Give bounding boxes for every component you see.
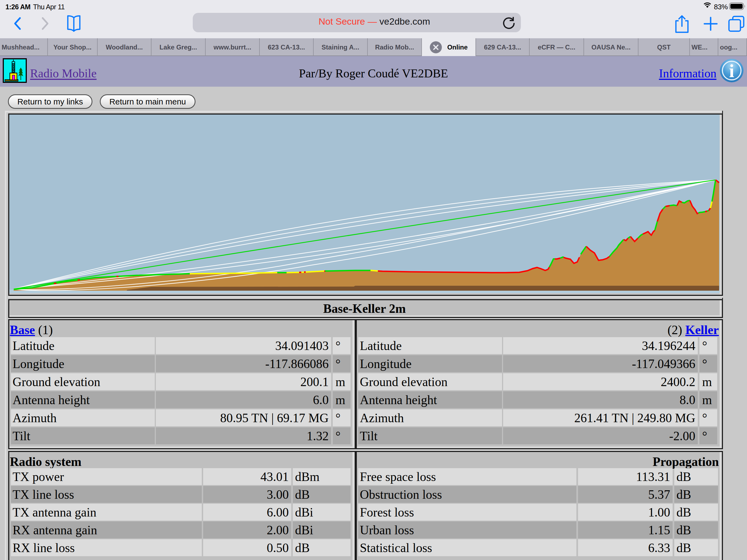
svg-text:i: i bbox=[729, 60, 735, 81]
